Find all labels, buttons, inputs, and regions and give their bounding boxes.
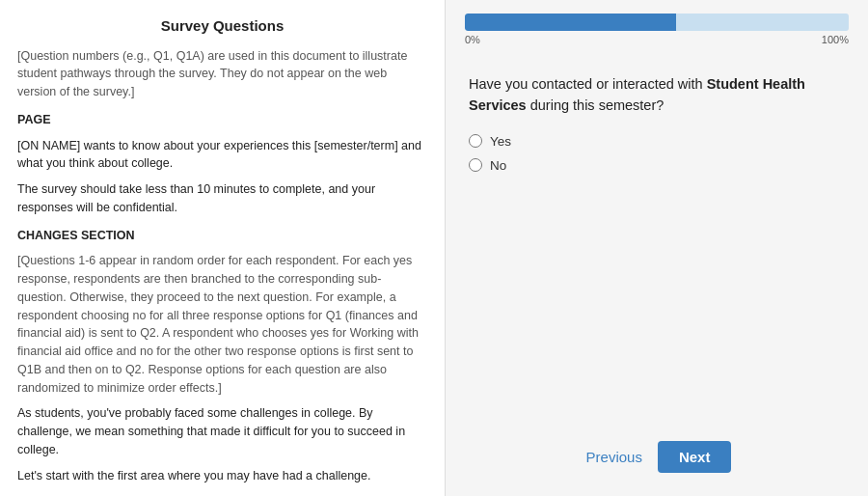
changes-text: [Questions 1-6 appear in random order fo…	[17, 252, 427, 397]
question-text-after: during this semester?	[527, 97, 665, 113]
students-text: As students, you've probably faced some …	[17, 404, 427, 458]
progress-area: 0% 100%	[446, 0, 868, 53]
radio-option-no[interactable]: No	[469, 158, 845, 173]
radio-yes[interactable]	[469, 134, 482, 148]
right-panel: 0% 100% Have you contacted or interacted…	[446, 0, 868, 496]
radio-option-yes[interactable]: Yes	[469, 134, 845, 149]
question-text-before: Have you contacted or interacted with	[469, 76, 707, 92]
next-button[interactable]: Next	[658, 441, 732, 473]
progress-labels: 0% 100%	[465, 34, 849, 45]
progress-bar-fill	[465, 14, 676, 31]
progress-label-end: 100%	[822, 34, 849, 45]
intro-text: [Question numbers (e.g., Q1, Q1A) are us…	[17, 47, 427, 101]
survey-title: Survey Questions	[17, 15, 427, 38]
changes-heading: CHANGES SECTION	[17, 227, 427, 245]
nav-buttons: Previous Next	[446, 426, 868, 496]
page-heading: PAGE	[17, 111, 427, 129]
progress-bar-container	[465, 14, 849, 31]
question-area: Have you contacted or interacted with St…	[446, 53, 868, 426]
previous-button[interactable]: Previous	[583, 449, 646, 465]
radio-yes-label: Yes	[490, 134, 511, 149]
finances-text: Let's talk about your finances and finan…	[17, 492, 427, 496]
radio-no-label: No	[490, 158, 506, 173]
question-text: Have you contacted or interacted with St…	[469, 74, 845, 117]
progress-label-start: 0%	[465, 34, 480, 45]
start-text: Let's start with the first area where yo…	[17, 467, 427, 485]
radio-no[interactable]	[469, 158, 482, 172]
left-panel: Survey Questions [Question numbers (e.g.…	[0, 0, 446, 496]
page-text: [ON NAME] wants to know about your exper…	[17, 137, 427, 174]
time-text: The survey should take less than 10 minu…	[17, 180, 427, 217]
